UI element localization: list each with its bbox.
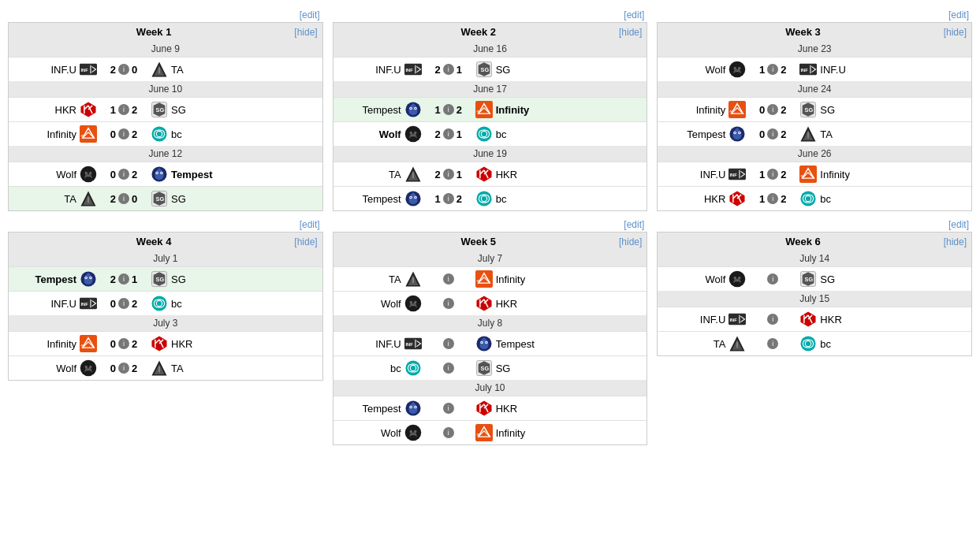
match-row-w2-d1-m1: INF.U INF 2i1 SG SG [333, 57, 647, 81]
weeks-grid: [edit]Week 1[hide]June 9INF.U INF 2i0 TA… [8, 8, 972, 445]
info-btn-w2-d3-m2[interactable]: i [443, 193, 454, 204]
date-row-w5-d1: July 7 [333, 251, 647, 266]
week-edit-4[interactable]: [edit] [8, 218, 323, 232]
week-hide-3[interactable]: [hide] [944, 27, 967, 38]
info-btn-w3-d3-m2[interactable]: i [767, 193, 778, 204]
info-btn-w4-d2-m1[interactable]: i [118, 338, 129, 349]
svg-text:SG: SG [480, 365, 489, 372]
team-left-w6-d1-m1: Wolf [662, 270, 749, 288]
week-edit-1[interactable]: [edit] [8, 8, 323, 22]
team2-logo-w6-d2-m2 [799, 334, 818, 353]
info-btn-w2-d2-m2[interactable]: i [443, 128, 454, 140]
score-area-w6-d2-m1: i [749, 314, 796, 325]
team1-name-w5-d1-m2: Wolf [381, 298, 401, 310]
team1-logo-w5-d2-m2 [404, 359, 423, 378]
match-row-w1-d3-m1: Wolf 0i2 Tempest [9, 162, 322, 186]
week-edit-5[interactable]: [edit] [333, 218, 648, 232]
team-left-w6-d2-m1: INF.U INF [662, 310, 749, 329]
info-btn-w6-d2-m1[interactable]: i [767, 314, 778, 325]
info-btn-w4-d1-m1[interactable]: i [118, 273, 129, 285]
info-btn-w3-d1-m1[interactable]: i [767, 64, 778, 75]
info-btn-w3-d2-m1[interactable]: i [767, 104, 778, 115]
info-btn-w5-d2-m2[interactable]: i [443, 363, 454, 374]
team-left-w5-d1-m2: Wolf [338, 294, 425, 313]
match-row-w4-d1-m2: INF.U INF 0i2 bc [9, 291, 322, 315]
info-btn-w1-d2-m2[interactable]: i [118, 128, 129, 140]
info-btn-w5-d3-m2[interactable]: i [443, 427, 454, 438]
info-btn-w1-d2-m1[interactable]: i [118, 104, 129, 115]
info-btn-w2-d3-m1[interactable]: i [443, 169, 454, 180]
team1-name-w2-d3-m2: Tempest [363, 193, 401, 205]
svg-point-129 [739, 277, 741, 279]
team-left-w3-d2-m1: Infinity ∞ [662, 100, 749, 119]
week-hide-1[interactable]: [hide] [294, 27, 317, 38]
info-btn-w1-d3-m2[interactable]: i [118, 193, 129, 204]
team-left-w4-d1-m1: Tempest [13, 270, 100, 288]
team-right-w1-d3-m2: SG SG [147, 189, 234, 208]
week-title-1: Week 1 [13, 26, 294, 38]
week-edit-2[interactable]: [edit] [333, 8, 648, 22]
team2-logo-w3-d1-m1: INF [799, 60, 818, 79]
info-btn-w2-d1-m1[interactable]: i [443, 64, 454, 75]
match-row-w3-d3-m1: INF.U INF 1i2 ∞ Infinity [658, 162, 971, 186]
info-btn-w5-d1-m2[interactable]: i [443, 298, 454, 309]
team1-name-w5-d2-m2: bc [390, 363, 401, 374]
team1-logo-w1-d3-m2 [79, 189, 98, 208]
week-hide-5[interactable]: [hide] [619, 236, 642, 247]
date-row-w1-d2: June 10 [9, 81, 322, 97]
score-area-w4-d2-m2: 0i2 [100, 363, 147, 374]
team-left-w5-d2-m1: INF.U INF [338, 334, 425, 353]
info-btn-w6-d1-m1[interactable]: i [767, 273, 778, 285]
score-area-w6-d1-m1: i [749, 273, 796, 285]
info-btn-w5-d1-m1[interactable]: i [443, 273, 454, 285]
info-btn-w3-d2-m2[interactable]: i [767, 128, 778, 140]
info-btn-w2-d2-m1[interactable]: i [443, 104, 454, 115]
score-area-w5-d3-m1: i [425, 403, 472, 414]
svg-point-37 [404, 126, 421, 143]
team2-name-w5-d1-m1: Infinity [496, 273, 526, 285]
team2-name-w5-d3-m1: HKR [496, 403, 517, 415]
info-btn-w5-d3-m1[interactable]: i [443, 403, 454, 414]
match-row-w1-d3-m2: TA 2i0 SG SG [9, 186, 322, 210]
team2-name-w2-d3-m1: HKR [496, 169, 517, 180]
info-btn-w3-d3-m1[interactable]: i [767, 169, 778, 180]
week-edit-6[interactable]: [edit] [657, 218, 972, 232]
info-btn-w1-d1-m1[interactable]: i [118, 64, 129, 75]
week-edit-3[interactable]: [edit] [657, 8, 972, 22]
score1-w1-d2-m2: 0 [110, 128, 116, 140]
team-right-w2-d2-m2: bc [472, 125, 559, 143]
team2-logo-w4-d2-m2 [150, 359, 169, 378]
svg-text:INF: INF [405, 342, 413, 347]
team2-logo-w3-d3-m1: ∞ [799, 165, 818, 184]
svg-text:SG: SG [156, 276, 165, 283]
team1-logo-w3-d3-m2 [728, 189, 747, 208]
info-btn-w5-d2-m1[interactable]: i [443, 338, 454, 349]
date-row-w6-d1: July 14 [658, 251, 971, 266]
match-row-w4-d2-m1: Infinity ∞ 0i2 HKR [9, 331, 322, 355]
svg-point-120 [410, 407, 411, 407]
week-hide-2[interactable]: [hide] [619, 27, 642, 38]
info-btn-w4-d2-m2[interactable]: i [118, 363, 129, 374]
team2-logo-w1-d1-m1 [150, 60, 169, 79]
week-block-4: Week 4[hide]July 1Tempest 2i1 SG SGINF.U… [8, 232, 323, 381]
team2-logo-w5-d2-m1 [475, 334, 494, 353]
info-btn-w6-d2-m2[interactable]: i [767, 338, 778, 349]
team2-name-w4-d2-m1: HKR [171, 338, 192, 350]
svg-point-124 [414, 430, 416, 433]
team2-logo-w2-d2-m1: ∞ [475, 100, 494, 119]
team1-name-w3-d1-m1: Wolf [706, 64, 726, 76]
team1-name-w1-d3-m2: TA [64, 193, 76, 205]
team1-name-w3-d2-m1: Infinity [696, 104, 726, 116]
team2-name-w3-d2-m2: TA [820, 128, 833, 140]
team2-logo-w2-d3-m2 [475, 189, 494, 208]
info-btn-w1-d3-m1[interactable]: i [118, 169, 129, 180]
team1-name-w3-d2-m2: Tempest [687, 128, 725, 140]
week-hide-4[interactable]: [hide] [294, 236, 317, 247]
info-btn-w4-d1-m2[interactable]: i [118, 298, 129, 309]
svg-point-103 [409, 301, 412, 303]
week-title-4: Week 4 [13, 236, 294, 247]
team-left-w2-d3-m2: Tempest [338, 189, 425, 208]
svg-point-14 [89, 172, 91, 174]
week-hide-6[interactable]: [hide] [944, 236, 967, 247]
team1-name-w2-d2-m2: Wolf [379, 128, 401, 140]
